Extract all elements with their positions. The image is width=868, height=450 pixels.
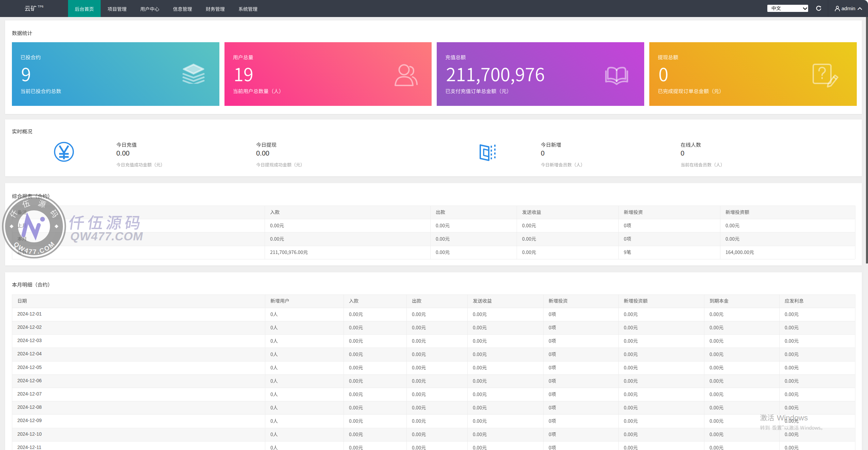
svg-text:7: 7: [33, 248, 36, 255]
svg-text:QW477.COM: QW477.COM: [69, 230, 145, 243]
svg-text:Windows: Windows: [777, 414, 808, 422]
